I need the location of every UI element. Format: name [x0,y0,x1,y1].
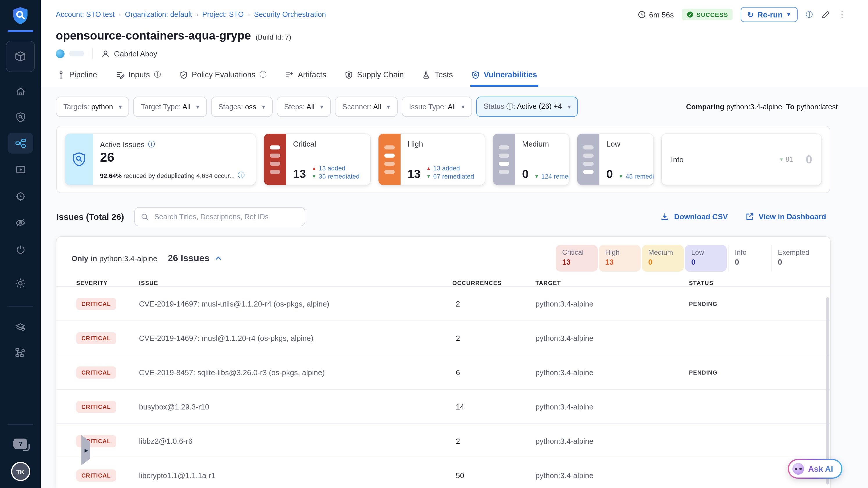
tab-artifacts[interactable]: Artifacts [284,66,328,87]
filter-status[interactable]: Status ⓘ: Active (26) +4 ▼ [476,96,578,117]
status: PENDING [689,369,830,375]
tab-tests[interactable]: Tests [421,66,454,87]
target: python:3.4-alpine [535,299,689,308]
critical-remediated: ▼35 remediated [312,173,360,180]
execution-duration: 6m 56s [638,10,674,19]
sidebar-item-default-settings[interactable] [7,317,33,337]
artifacts-icon [285,70,294,79]
table-row[interactable]: CRITICAL busybox@1.29.3-r10 14 python:3.… [56,389,830,423]
sidebar-item-home[interactable] [7,82,33,101]
issues-table-card: Only in python:3.4-alpine 26 Issues Crit… [56,237,830,488]
user-icon [101,49,110,58]
critical-card[interactable]: Critical 13 ▲13 added ▼35 remediated [264,134,370,185]
occurrences: 2 [445,436,535,445]
breadcrumb-project[interactable]: Project: STO [202,10,244,19]
filter-issue-type[interactable]: Issue Type: All ▼ [401,96,472,117]
severity-summary-panel: Active Issues ⓘ 26 92.64% reduced by ded… [56,126,830,193]
chip-exempted: Exempted0 [771,245,813,272]
high-count: 13 [407,168,421,180]
table-row[interactable]: CRITICAL libbz2@1.0.6-r6 2 python:3.4-al… [56,423,830,458]
vulnerabilities-content: Targets: python ▼ Target Type: All ▼ Sta… [41,87,868,488]
low-card[interactable]: Low 0 ▼45 remediated [577,134,653,185]
info-icon[interactable]: ⓘ [238,171,245,180]
info-count: 0 [806,153,812,166]
breadcrumb-separator: › [248,11,250,18]
download-csv-button[interactable]: Download CSV [661,212,728,221]
search-icon [141,213,149,221]
table-row[interactable]: CRITICAL CVE-2019-8457: sqlite-libs@3.26… [56,355,830,389]
sidebar-item-org-settings[interactable] [7,343,33,362]
filter-steps[interactable]: Steps: All ▼ [277,96,331,117]
status: PENDING [689,300,830,307]
tab-vulnerabilities[interactable]: Vulnerabilities [470,66,538,87]
issue-title[interactable]: busybox@1.29.3-r10 [139,402,445,411]
info-icon[interactable]: ⓘ [148,140,155,150]
comparing-label: Comparing python:3.4-alpine To python:la… [686,103,838,111]
sidebar-item-scans[interactable] [7,107,33,127]
occurrences: 2 [445,334,535,342]
filter-scanner[interactable]: Scanner: All ▼ [335,96,397,117]
filter-target-type[interactable]: Target Type: All ▼ [133,96,207,117]
info-card[interactable]: Info ▼81 0 [661,134,822,185]
execution-header: Account: STO test › Organization: defaul… [41,0,868,87]
occurrences: 2 [445,299,535,308]
occurrences: 14 [445,402,535,411]
issue-title[interactable]: CVE-2019-14697: musl@1.1.20-r4 (os-pkgs,… [139,334,445,342]
collapse-group-button[interactable] [214,254,222,262]
power-icon [15,244,26,255]
sidebar-item-targets[interactable] [7,186,33,206]
low-count: 0 [607,168,613,180]
table-row[interactable]: CRITICAL libcrypto1.1@1.1.1a-r1 50 pytho… [56,458,830,488]
help-button[interactable]: ? [7,434,33,454]
sidebar-item-security-review[interactable] [7,213,33,233]
breadcrumb-org[interactable]: Organization: default [125,10,192,19]
triangle-down-icon: ▼ [619,174,623,179]
tab-supply-chain[interactable]: Supply Chain [344,66,405,87]
medium-card[interactable]: Medium 0 ▼124 remediated [493,134,569,185]
app-window: ? TK Account: STO test › Organization: d… [0,0,868,488]
user-avatar[interactable]: TK [11,462,30,481]
high-card[interactable]: High 13 ▲13 added ▼67 remediated [378,134,485,185]
active-issues-card[interactable]: Active Issues ⓘ 26 92.64% reduced by ded… [65,134,256,185]
chevron-down-icon: ▼ [566,104,572,110]
severity-badge: CRITICAL [76,332,116,344]
issue-title[interactable]: libbz2@1.0.6-r6 [139,436,445,445]
target: python:3.4-alpine [535,368,689,376]
chevron-down-icon: ▼ [118,104,123,110]
sto-logo-icon[interactable] [12,6,29,25]
external-link-icon [745,212,754,221]
issues-search[interactable] [134,207,306,226]
issue-title[interactable]: CVE-2019-8457: sqlite-libs@3.26.0-r3 (os… [139,368,445,376]
medium-remediated: ▼124 remediated [534,173,569,180]
sidebar-item-settings[interactable] [7,273,33,293]
search-input[interactable] [153,212,299,221]
active-issues-title: Active Issues ⓘ [100,140,249,150]
rerun-button[interactable]: ↻ Re-run ▼ [741,7,798,22]
breadcrumb-account[interactable]: Account: STO test [56,10,115,19]
table-row[interactable]: CRITICAL CVE-2019-14697: musl@1.1.20-r4 … [56,321,830,355]
tab-policy-evaluations[interactable]: Policy Evaluations ⓘ [179,66,268,87]
info-icon[interactable]: ⓘ [806,9,813,20]
high-strip [378,134,401,185]
info-icon: ⓘ [154,70,161,80]
sidebar-item-executions[interactable] [7,159,33,179]
target: python:3.4-alpine [535,402,689,411]
edit-pipeline-button[interactable] [821,10,830,19]
filter-targets[interactable]: Targets: python ▼ [56,96,129,117]
breadcrumb-module[interactable]: Security Orchestration [254,10,326,19]
ask-ai-button[interactable]: Ask AI [788,459,842,479]
issue-title[interactable]: CVE-2019-14697: musl-utils@1.1.20-r4 (os… [139,299,445,308]
sidebar-item-getting-started[interactable] [7,240,33,260]
sidebar-item-pipelines[interactable] [7,132,33,154]
view-in-dashboard-button[interactable]: View in Dashboard [745,212,826,221]
more-options-button[interactable]: ⋮ [838,9,846,20]
module-selector-button[interactable] [6,41,35,72]
tab-pipeline[interactable]: Pipeline [56,66,98,87]
issue-title[interactable]: libcrypto1.1@1.1.1a-r1 [139,471,445,480]
filter-stages[interactable]: Stages: oss ▼ [211,96,273,117]
table-scrollbar[interactable] [826,297,829,485]
check-circle-icon [687,11,693,18]
tab-inputs[interactable]: Inputs ⓘ [115,66,162,87]
active-issues-count: 26 [100,151,249,164]
table-row[interactable]: CRITICAL CVE-2019-14697: musl-utils@1.1.… [56,286,830,321]
